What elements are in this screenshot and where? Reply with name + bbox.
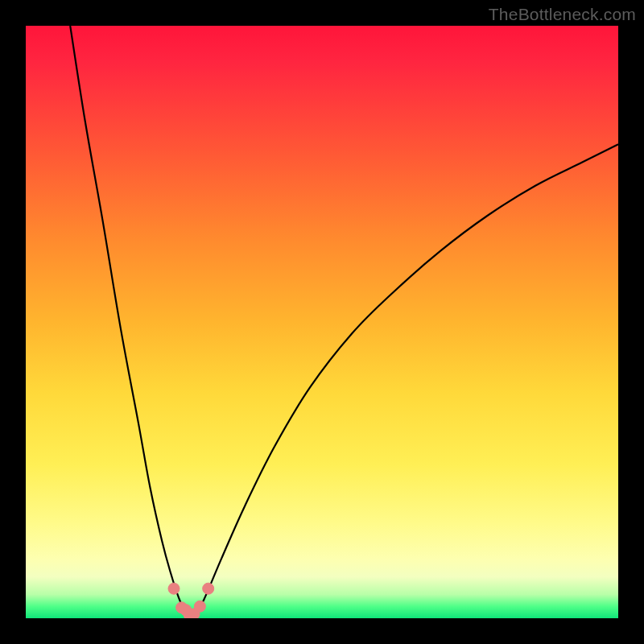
marker-layer xyxy=(168,583,214,618)
outer-frame: TheBottleneck.com xyxy=(0,0,644,644)
curve-left-branch xyxy=(70,26,188,617)
plot-area xyxy=(26,26,618,618)
chart-svg xyxy=(26,26,618,618)
data-point-marker xyxy=(194,601,205,612)
curve-right-branch xyxy=(193,144,618,617)
data-point-marker xyxy=(168,583,180,594)
curve-layer xyxy=(70,26,618,617)
watermark-text: TheBottleneck.com xyxy=(489,5,636,24)
data-point-marker xyxy=(203,583,214,594)
